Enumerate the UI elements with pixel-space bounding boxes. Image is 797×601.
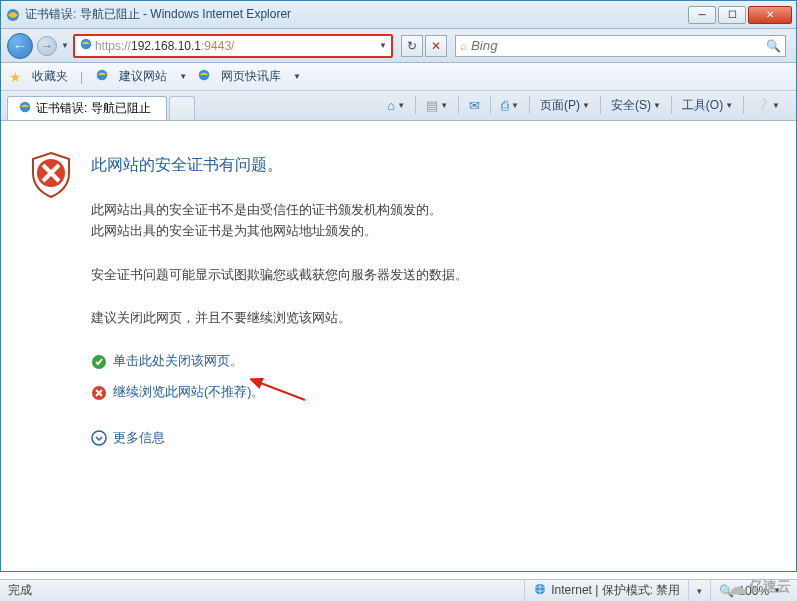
active-tab[interactable]: 证书错误: 导航已阻止 — [7, 96, 167, 120]
feeds-button[interactable]: ▤▼ — [422, 96, 452, 115]
close-button[interactable]: ✕ — [748, 6, 792, 24]
status-text: 完成 — [8, 582, 32, 599]
url-host: 192.168.10.1 — [131, 39, 201, 53]
cert-error-reason-1: 此网站出具的安全证书不是由受信任的证书颁发机构颁发的。 — [91, 200, 756, 221]
favorites-star-icon[interactable]: ★ — [9, 69, 22, 85]
mail-icon: ✉ — [469, 98, 480, 113]
web-slice-link[interactable]: 网页快讯库 — [221, 68, 281, 85]
stop-icon: ✕ — [431, 39, 441, 53]
favorites-label[interactable]: 收藏夹 — [32, 68, 68, 85]
home-icon: ⌂ — [387, 98, 395, 113]
nav-toolbar: ← → ▼ https://192.168.10.1:9443/ ▼ ↻ ✕ ⌕… — [1, 29, 796, 63]
cert-error-warning: 安全证书问题可能显示试图欺骗您或截获您向服务器发送的数据。 — [91, 265, 756, 286]
tab-favicon — [18, 100, 32, 117]
forward-button[interactable]: → — [37, 36, 57, 56]
url-protocol: https:// — [95, 39, 131, 53]
cert-error-reason-2: 此网站出具的安全证书是为其他网站地址颁发的。 — [91, 221, 756, 242]
address-bar[interactable]: https://192.168.10.1:9443/ ▼ — [73, 34, 393, 58]
more-info-icon — [91, 430, 107, 446]
url-port: :9443/ — [201, 39, 234, 53]
help-button[interactable]: ❔▼ — [750, 96, 784, 115]
maximize-button[interactable]: ☐ — [718, 6, 746, 24]
svg-point-12 — [92, 431, 106, 445]
close-page-icon — [91, 354, 107, 370]
address-dropdown[interactable]: ▼ — [379, 41, 387, 50]
command-bar: ⌂▼ ▤▼ ✉ ⎙▼ 页面(P)▼ 安全(S)▼ 工具(O)▼ ❔▼ — [383, 90, 790, 120]
tools-menu[interactable]: 工具(O)▼ — [678, 95, 737, 116]
cert-error-recommendation: 建议关闭此网页，并且不要继续浏览该网站。 — [91, 308, 756, 329]
cert-error-shield-icon — [29, 151, 73, 199]
rss-icon: ▤ — [426, 98, 438, 113]
chevron-icon: ▾ — [697, 586, 702, 596]
back-button[interactable]: ← — [7, 33, 33, 59]
close-page-link[interactable]: 单击此处关闭该网页。 — [113, 351, 243, 372]
window-title: 证书错误: 导航已阻止 - Windows Internet Explorer — [25, 6, 688, 23]
suggested-sites-icon — [95, 68, 109, 85]
more-info-link[interactable]: 更多信息 — [113, 428, 165, 449]
cloud-icon: ☁ — [727, 575, 747, 599]
safety-menu[interactable]: 安全(S)▼ — [607, 95, 665, 116]
mail-button[interactable]: ✉ — [465, 96, 484, 115]
search-provider-icon: ⌕ — [460, 39, 467, 53]
continue-anyway-link[interactable]: 继续浏览此网站(不推荐)。 — [113, 382, 264, 403]
suggested-sites-link[interactable]: 建议网站 — [119, 68, 167, 85]
tab-title: 证书错误: 导航已阻止 — [36, 100, 151, 117]
cert-error-heading: 此网站的安全证书有问题。 — [91, 151, 756, 178]
print-button[interactable]: ⎙▼ — [497, 96, 523, 115]
print-icon: ⎙ — [501, 98, 509, 113]
ie-icon — [79, 37, 93, 54]
watermark: ☁ 亿速云 — [727, 575, 791, 599]
minimize-button[interactable]: ─ — [688, 6, 716, 24]
ie-favicon — [5, 7, 21, 23]
web-slice-icon — [197, 68, 211, 85]
favorites-bar: ★ 收藏夹 | 建议网站▼ 网页快讯库▼ — [1, 63, 796, 91]
search-go-icon[interactable]: 🔍 — [766, 39, 781, 53]
help-icon: ❔ — [754, 98, 770, 113]
protected-mode-toggle[interactable]: ▾ — [688, 580, 710, 601]
continue-warning-icon — [91, 385, 107, 401]
titlebar: 证书错误: 导航已阻止 - Windows Internet Explorer … — [1, 1, 796, 29]
history-dropdown[interactable]: ▼ — [61, 41, 69, 50]
page-menu[interactable]: 页面(P)▼ — [536, 95, 594, 116]
new-tab-button[interactable] — [169, 96, 195, 120]
status-bar: 完成 Internet | 保护模式: 禁用 ▾ 🔍 100% ▼ — [0, 579, 797, 601]
page-content: 此网站的安全证书有问题。 此网站出具的安全证书不是由受信任的证书颁发机构颁发的。… — [1, 121, 796, 571]
refresh-button[interactable]: ↻ — [401, 35, 423, 57]
security-zone[interactable]: Internet | 保护模式: 禁用 — [524, 580, 688, 601]
search-box[interactable]: ⌕ 🔍 — [455, 35, 786, 57]
home-button[interactable]: ⌂▼ — [383, 96, 409, 115]
internet-zone-icon — [533, 582, 547, 599]
tab-bar: 证书错误: 导航已阻止 ⌂▼ ▤▼ ✉ ⎙▼ 页面(P)▼ 安全(S)▼ 工具(… — [1, 91, 796, 121]
refresh-icon: ↻ — [407, 39, 417, 53]
search-input[interactable] — [471, 38, 766, 53]
stop-button[interactable]: ✕ — [425, 35, 447, 57]
